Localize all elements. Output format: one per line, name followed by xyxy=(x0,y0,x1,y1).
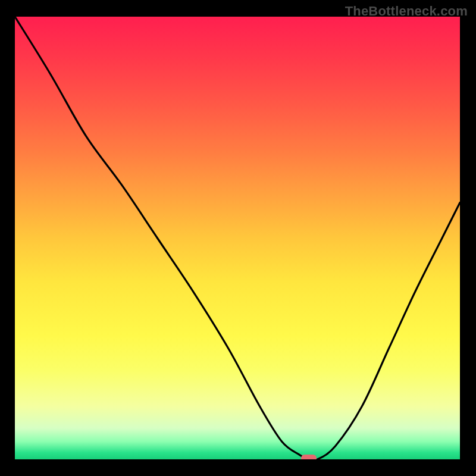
plot-area xyxy=(15,17,460,459)
optimum-marker xyxy=(301,455,317,459)
bottleneck-curve xyxy=(15,17,460,459)
watermark-text: TheBottleneck.com xyxy=(345,4,468,19)
chart-frame: TheBottleneck.com xyxy=(0,0,476,476)
curve-path xyxy=(15,17,460,459)
